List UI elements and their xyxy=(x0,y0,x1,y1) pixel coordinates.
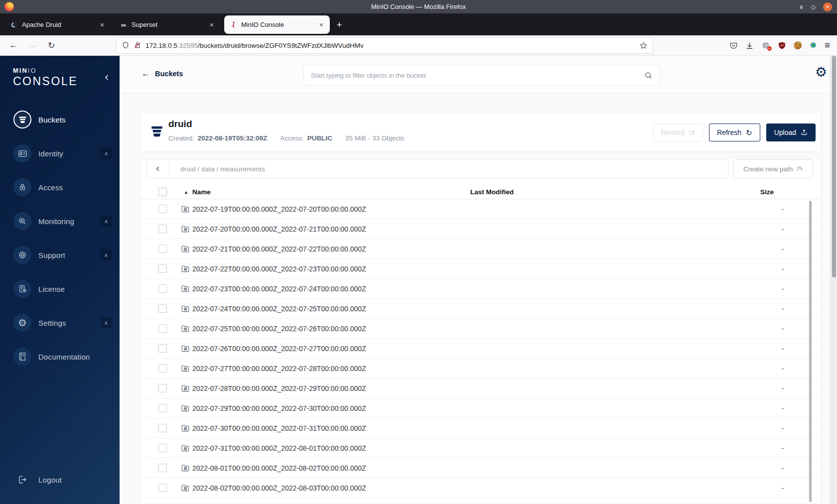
object-name[interactable]: 2022-07-28T00:00:00.000Z_2022-07-29T00:0… xyxy=(192,384,366,392)
table-row[interactable]: 2022-07-22T00:00:00.000Z_2022-07-23T00:0… xyxy=(140,259,821,279)
table-row[interactable]: 2022-07-27T00:00:00.000Z_2022-07-28T00:0… xyxy=(140,359,821,378)
console-settings-gear-icon[interactable]: ⚙ xyxy=(815,66,827,79)
row-checkbox[interactable] xyxy=(158,225,167,233)
breadcrumb[interactable]: druid / data / measurements xyxy=(180,165,265,173)
menu-hamburger-icon[interactable]: ≡ xyxy=(825,40,830,51)
table-row[interactable]: 2022-07-24T00:00:00.000Z_2022-07-25T00:0… xyxy=(140,299,821,319)
table-row[interactable]: 2022-07-29T00:00:00.000Z_2022-07-30T00:0… xyxy=(140,398,821,418)
cookie-extension-icon[interactable] xyxy=(794,41,802,49)
object-name[interactable]: 2022-07-27T00:00:00.000Z_2022-07-28T00:0… xyxy=(192,365,366,373)
tab-close-icon[interactable]: × xyxy=(99,21,106,29)
object-name[interactable]: 2022-07-21T00:00:00.000Z_2022-07-22T00:0… xyxy=(192,245,366,253)
window-minimize-icon[interactable]: ∨ xyxy=(799,3,804,10)
path-bar: druid / data / measurements xyxy=(146,159,728,178)
object-name[interactable]: 2022-08-02T00:00:00.000Z_2022-08-03T00:0… xyxy=(192,484,366,492)
logo-console: CONSOLE xyxy=(13,75,78,88)
tab-close-icon[interactable]: × xyxy=(318,21,325,29)
back-button[interactable]: ← xyxy=(6,38,21,53)
row-checkbox[interactable] xyxy=(158,304,167,313)
chevron-up-icon[interactable]: ∧ xyxy=(101,317,112,328)
path-back-chevron-icon[interactable] xyxy=(147,160,169,178)
page-scrollbar[interactable] xyxy=(830,56,837,504)
colorful-asterisk-extension-icon[interactable]: ✚✚ xyxy=(809,41,817,49)
bookmark-star-icon[interactable] xyxy=(639,41,648,50)
row-checkbox[interactable] xyxy=(158,404,167,412)
object-name[interactable]: 2022-08-01T00:00:00.000Z_2022-08-02T00:0… xyxy=(192,464,366,472)
object-name[interactable]: 2022-07-20T00:00:00.000Z_2022-07-21T00:0… xyxy=(192,225,366,233)
downloads-icon[interactable] xyxy=(745,41,754,50)
sidebar-item-buckets[interactable]: Buckets xyxy=(0,110,120,129)
rewind-label: Rewind xyxy=(661,128,685,136)
create-new-path-button[interactable]: Create new path :/✎ xyxy=(733,159,813,178)
sidebar-item-documentation[interactable]: Documentation xyxy=(0,347,120,367)
row-checkbox[interactable] xyxy=(158,384,167,392)
table-row[interactable]: 2022-07-23T00:00:00.000Z_2022-07-24T00:0… xyxy=(140,279,821,299)
new-tab-button[interactable]: + xyxy=(332,17,347,32)
refresh-button[interactable]: Refresh ↻ xyxy=(709,124,760,141)
sidebar-item-support[interactable]: Support ∧ xyxy=(0,245,120,265)
search-input[interactable] xyxy=(311,72,644,79)
sidebar-item-identity[interactable]: Identity ∧ xyxy=(0,143,120,163)
pocket-icon[interactable] xyxy=(729,41,738,50)
table-row[interactable]: 2022-07-19T00:00:00.000Z_2022-07-20T00:0… xyxy=(140,199,821,219)
row-checkbox[interactable] xyxy=(158,344,167,353)
table-row[interactable]: 2022-07-25T00:00:00.000Z_2022-07-26T00:0… xyxy=(140,319,821,339)
object-name[interactable]: 2022-07-24T00:00:00.000Z_2022-07-25T00:0… xyxy=(192,305,366,313)
sidebar-collapse-icon[interactable] xyxy=(103,74,111,81)
tab-close-icon[interactable]: × xyxy=(208,21,215,29)
window-close-icon[interactable]: × xyxy=(823,2,832,11)
object-name[interactable]: 2022-07-25T00:00:00.000Z_2022-07-26T00:0… xyxy=(192,325,366,333)
object-name[interactable]: 2022-07-29T00:00:00.000Z_2022-07-30T00:0… xyxy=(192,404,366,412)
table-row[interactable]: 2022-07-28T00:00:00.000Z_2022-07-29T00:0… xyxy=(140,378,821,398)
table-row[interactable]: 2022-08-01T00:00:00.000Z_2022-08-02T00:0… xyxy=(140,458,821,478)
back-to-buckets-link[interactable]: ← Buckets xyxy=(141,69,183,79)
row-checkbox[interactable] xyxy=(158,205,167,213)
access-value[interactable]: PUBLIC xyxy=(307,134,332,142)
tab-apache-druid[interactable]: Apache Druid × xyxy=(5,15,111,34)
upload-button[interactable]: Upload xyxy=(766,124,816,141)
ublock-origin-icon[interactable]: uO xyxy=(778,41,786,50)
chevron-up-icon[interactable]: ∧ xyxy=(101,250,112,260)
object-name[interactable]: 2022-07-19T00:00:00.000Z_2022-07-20T00:0… xyxy=(192,205,366,213)
row-checkbox[interactable] xyxy=(158,464,167,472)
superset-favicon-icon: ∞ xyxy=(120,21,128,29)
tab-minio-console[interactable]: MinIO Console × xyxy=(224,15,330,34)
table-row[interactable]: 2022-07-26T00:00:00.000Z_2022-07-27T00:0… xyxy=(140,339,821,359)
row-checkbox[interactable] xyxy=(158,444,167,452)
insecure-lock-icon[interactable] xyxy=(134,41,141,49)
table-row[interactable]: 2022-08-02T00:00:00.000Z_2022-08-03T00:0… xyxy=(140,478,821,498)
sidebar-item-license[interactable]: License xyxy=(0,279,120,299)
chevron-up-icon[interactable]: ∧ xyxy=(101,216,112,227)
table-scrollbar[interactable] xyxy=(809,201,812,502)
page-scrollbar-thumb[interactable] xyxy=(832,56,836,277)
chevron-up-icon[interactable]: ∧ xyxy=(101,148,112,159)
object-name[interactable]: 2022-07-26T00:00:00.000Z_2022-07-27T00:0… xyxy=(192,345,366,353)
object-name[interactable]: 2022-07-23T00:00:00.000Z_2022-07-24T00:0… xyxy=(192,285,366,293)
column-header-name[interactable]: ▲ Name xyxy=(184,188,211,196)
row-checkbox[interactable] xyxy=(158,484,167,492)
row-checkbox[interactable] xyxy=(158,264,167,273)
row-checkbox[interactable] xyxy=(158,324,167,333)
window-maximize-icon[interactable]: ◇ xyxy=(811,3,816,10)
tab-superset[interactable]: ∞ Superset × xyxy=(115,15,220,34)
select-all-checkbox[interactable] xyxy=(158,188,167,196)
object-name[interactable]: 2022-07-30T00:00:00.000Z_2022-07-31T00:0… xyxy=(192,424,366,432)
object-name[interactable]: 2022-07-22T00:00:00.000Z_2022-07-23T00:0… xyxy=(192,265,366,273)
shield-icon[interactable] xyxy=(122,41,130,49)
extension-globe-icon[interactable]: × xyxy=(761,41,770,50)
url-bar[interactable]: 172.18.0.5:32595/buckets/druid/browse/ZG… xyxy=(117,37,653,53)
row-checkbox[interactable] xyxy=(158,424,167,432)
row-checkbox[interactable] xyxy=(158,245,167,253)
reload-button[interactable]: ↻ xyxy=(44,38,59,53)
object-name[interactable]: 2022-07-31T00:00:00.000Z_2022-08-01T00:0… xyxy=(192,444,366,452)
row-checkbox[interactable] xyxy=(158,364,167,373)
row-checkbox[interactable] xyxy=(158,284,167,293)
table-row[interactable]: 2022-07-30T00:00:00.000Z_2022-07-31T00:0… xyxy=(140,418,821,438)
sidebar-item-settings[interactable]: ⚙ Settings ∧ xyxy=(0,313,120,333)
sidebar-item-monitoring[interactable]: Monitoring ∧ xyxy=(0,211,120,231)
table-row[interactable]: 2022-07-20T00:00:00.000Z_2022-07-21T00:0… xyxy=(140,219,821,239)
sidebar-item-access[interactable]: Access xyxy=(0,177,120,197)
table-row[interactable]: 2022-07-21T00:00:00.000Z_2022-07-22T00:0… xyxy=(140,239,821,259)
sidebar-item-logout[interactable]: Logout xyxy=(0,470,120,490)
table-row[interactable]: 2022-07-31T00:00:00.000Z_2022-08-01T00:0… xyxy=(140,438,821,458)
